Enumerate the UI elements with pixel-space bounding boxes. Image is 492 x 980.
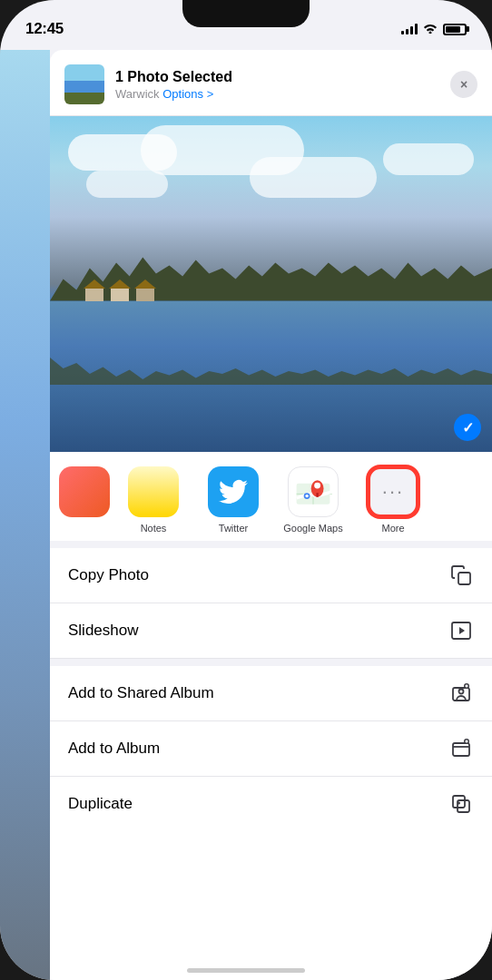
- svg-rect-14: [453, 743, 469, 756]
- inner-divider: [50, 659, 492, 666]
- selection-checkmark: ✓: [454, 414, 481, 441]
- close-button[interactable]: ×: [450, 71, 477, 98]
- phone-frame: 12:45: [0, 0, 492, 980]
- cloud-3: [383, 143, 474, 175]
- share-header: 1 Photo Selected Warwick Options > ×: [50, 50, 492, 116]
- photo-preview: ✓: [50, 116, 492, 452]
- app-icons-row: Notes Twitter: [50, 452, 492, 541]
- notes-label: Notes: [141, 523, 167, 534]
- copy-photo-icon: [448, 563, 474, 588]
- share-panel: 1 Photo Selected Warwick Options > ×: [50, 50, 492, 980]
- status-icons: [401, 23, 467, 36]
- svg-point-5: [305, 495, 308, 497]
- options-link[interactable]: Options >: [162, 87, 213, 101]
- duplicate-item[interactable]: Duplicate: [50, 777, 492, 831]
- houses: [85, 287, 154, 301]
- action-list: Copy Photo Slideshow: [50, 548, 492, 831]
- more-label: More: [381, 523, 404, 534]
- wifi-icon: [423, 23, 438, 36]
- header-text: 1 Photo Selected Warwick Options >: [115, 68, 439, 101]
- copy-photo-label: Copy Photo: [68, 566, 149, 584]
- photo-bg-strip: [0, 50, 50, 980]
- cloud-4: [86, 171, 168, 198]
- notes-icon: [128, 466, 179, 517]
- google-maps-label: Google Maps: [283, 523, 342, 534]
- duplicate-label: Duplicate: [68, 795, 133, 813]
- signal-icon: [401, 24, 418, 34]
- app-item-google-maps[interactable]: Google Maps: [275, 466, 351, 534]
- svg-rect-6: [458, 573, 470, 584]
- photo-thumbnail: [64, 64, 104, 104]
- slideshow-label: Slideshow: [68, 622, 139, 640]
- add-album-item[interactable]: Add to Album: [50, 721, 492, 777]
- status-time: 12:45: [25, 20, 64, 38]
- app-item-twitter[interactable]: Twitter: [195, 466, 271, 534]
- section-divider: [50, 541, 492, 548]
- add-shared-album-item[interactable]: Add to Shared Album: [50, 666, 492, 721]
- svg-point-10: [459, 690, 464, 694]
- notch: [182, 0, 310, 27]
- google-maps-icon: [288, 466, 339, 517]
- copy-photo-item[interactable]: Copy Photo: [50, 548, 492, 603]
- add-shared-album-icon: [448, 681, 474, 706]
- home-indicator: [187, 968, 305, 973]
- add-album-label: Add to Album: [68, 740, 160, 758]
- add-album-icon: [448, 736, 474, 761]
- svg-point-3: [314, 483, 320, 489]
- add-shared-album-label: Add to Shared Album: [68, 684, 214, 702]
- photo-count-label: 1 Photo Selected: [115, 68, 439, 85]
- duplicate-icon: [448, 791, 474, 817]
- app-item-more[interactable]: ··· More: [355, 466, 431, 534]
- location-label: Warwick: [115, 87, 160, 101]
- twitter-label: Twitter: [219, 523, 248, 534]
- slideshow-item[interactable]: Slideshow: [50, 603, 492, 659]
- messages-icon: [59, 466, 110, 517]
- screen-content: 12:45: [0, 0, 492, 980]
- app-item-messages[interactable]: [57, 466, 112, 534]
- photo-scene: [50, 116, 492, 452]
- svg-marker-8: [459, 627, 465, 634]
- more-icon: ···: [368, 466, 418, 517]
- location-options: Warwick Options >: [115, 87, 439, 101]
- cloud-5: [250, 157, 377, 198]
- twitter-icon: [208, 466, 259, 517]
- slideshow-icon: [448, 618, 474, 643]
- battery-icon: [443, 24, 467, 35]
- app-item-notes[interactable]: Notes: [115, 466, 192, 534]
